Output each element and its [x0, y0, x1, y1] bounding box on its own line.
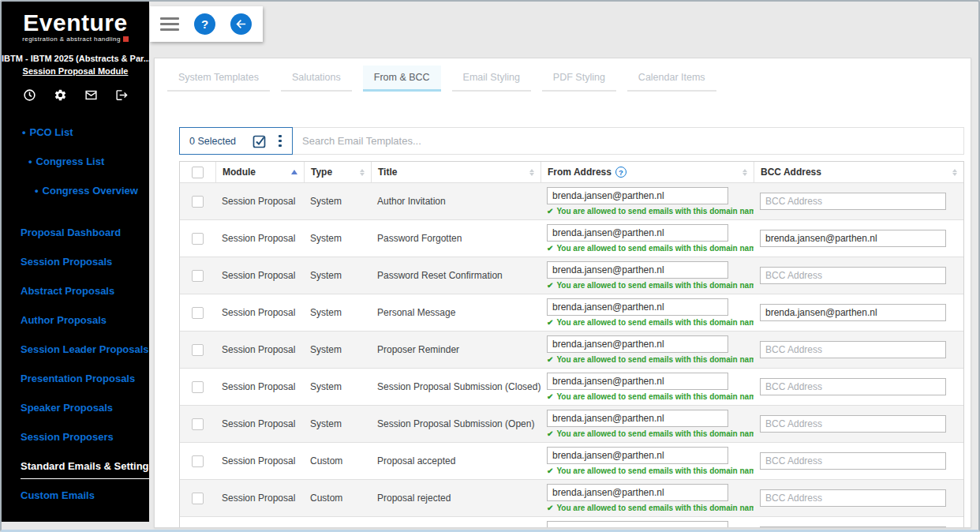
from-address-input[interactable] [547, 224, 728, 242]
back-button[interactable] [230, 13, 252, 35]
column-header-bcc-address[interactable]: BCC Address [754, 162, 963, 182]
row-checkbox[interactable] [192, 381, 204, 393]
tab-calendar-items[interactable]: Calendar Items [627, 66, 716, 92]
tab-from-bcc[interactable]: From & BCC [363, 66, 441, 92]
column-header-type[interactable]: Type [304, 162, 371, 182]
bcc-address-input[interactable] [760, 341, 946, 358]
row-checkbox[interactable] [192, 418, 204, 430]
title-cell [371, 517, 540, 528]
type-cell: System [304, 369, 371, 405]
bcc-address-input[interactable] [760, 267, 946, 284]
module-cell: Session Proposal [215, 480, 304, 516]
bcc-address-input[interactable] [760, 452, 946, 470]
domain-allowed-text: You are allowed to send emails with this… [556, 504, 754, 512]
sidebar-item-session-leader-proposals[interactable]: • Session Leader Proposals [2, 335, 149, 364]
row-checkbox[interactable] [192, 493, 204, 504]
title-cell: Author Invitation [371, 183, 540, 219]
sidebar-item-presentation-proposals[interactable]: • Presentation Proposals [2, 364, 149, 393]
header-select-all-checkbox[interactable] [192, 167, 204, 178]
row-checkbox[interactable] [192, 196, 204, 208]
domain-allowed-message: ✔ You are allowed to send emails with th… [547, 504, 754, 512]
bcc-address-cell [754, 480, 963, 516]
table-row: Session Proposal System Author Invitatio… [180, 182, 963, 219]
nav-item-label: Proposal Dashboard [21, 227, 121, 238]
from-address-help-icon[interactable]: ? [615, 167, 627, 178]
from-address-input[interactable] [547, 261, 728, 279]
sidebar-item-speaker-proposals[interactable]: • Speaker Proposals [2, 393, 149, 422]
sort-icon [360, 169, 365, 176]
email-envelope-icon[interactable] [84, 88, 98, 102]
from-address-input[interactable] [547, 298, 728, 316]
tab-email-styling[interactable]: Email Styling [452, 66, 531, 92]
sidebar-item-abstract-proposals[interactable]: • Abstract Proposals [2, 276, 149, 305]
sidebar-item-standard-emails-settings[interactable]: • Standard Emails & Settings [2, 451, 149, 481]
nav-item-label: Speaker Proposals [21, 402, 113, 414]
type-cell: System [304, 220, 371, 257]
row-checkbox[interactable] [192, 455, 204, 467]
column-header-title[interactable]: Title [371, 162, 540, 182]
tab-pdf-styling[interactable]: PDF Styling [542, 66, 616, 92]
tab-system-templates[interactable]: System Templates [167, 66, 270, 92]
module-cell: Session Proposal [215, 183, 304, 219]
nav-item-label: Session Proposals [21, 256, 112, 268]
title-value: Password Forgotten [377, 233, 462, 244]
sidebar-item-congress-list[interactable]: • Congress List [2, 147, 149, 176]
module-cell: Session Proposal [215, 369, 304, 405]
bcc-address-input[interactable] [760, 193, 946, 210]
check-icon: ✔ [547, 207, 553, 215]
bcc-address-input[interactable] [760, 415, 946, 433]
from-address-input[interactable] [547, 187, 728, 204]
logout-icon[interactable] [115, 88, 129, 102]
column-header-from-address[interactable]: From Address ? [540, 162, 754, 182]
row-checkbox[interactable] [192, 344, 204, 356]
sidebar-item-session-proposers[interactable]: • Session Proposers [2, 422, 149, 451]
kebab-menu-icon[interactable] [275, 134, 286, 148]
from-address-input[interactable] [547, 447, 728, 464]
eventure-logo: Eventure registration & abstract handlin… [2, 11, 149, 43]
select-all-checkbox-icon[interactable] [252, 134, 267, 148]
bcc-address-input[interactable] [760, 230, 946, 247]
row-checkbox-cell [180, 294, 215, 331]
tab-salutations[interactable]: Salutations [281, 66, 352, 92]
module-cell: Session Proposal [215, 220, 304, 257]
from-address-input[interactable] [547, 335, 728, 353]
title-value: Proposal accepted [377, 455, 455, 466]
from-address-input[interactable] [547, 484, 728, 501]
table-header-row: Module Type Title From Address ? BCC Add… [180, 162, 963, 182]
bcc-address-cell [754, 406, 963, 442]
sidebar-item-proposal-dashboard[interactable]: • Proposal Dashboard [2, 218, 149, 247]
column-header-label: From Address [548, 167, 612, 178]
nav-item-label: Session Leader Proposals [21, 343, 149, 355]
tab-label: System Templates [178, 72, 259, 83]
table-row: Session Proposal Custom Proposal rejecte… [180, 479, 963, 516]
menu-hamburger-icon[interactable] [160, 17, 179, 31]
sidebar-item-congress-overview[interactable]: • Congress Overview [2, 176, 149, 205]
bcc-address-input[interactable] [760, 378, 946, 395]
column-header-module[interactable]: Module [215, 162, 304, 182]
from-address-input[interactable] [547, 410, 728, 427]
type-value: System [310, 270, 342, 281]
module-value: Session Proposal [222, 344, 295, 355]
sidebar-item-author-proposals[interactable]: • Author Proposals [2, 305, 149, 335]
from-address-input[interactable] [547, 521, 728, 528]
from-address-input[interactable] [547, 373, 728, 390]
sidebar-item-pco-list[interactable]: • PCO List [2, 118, 149, 147]
row-checkbox[interactable] [192, 307, 204, 319]
nav-item-label: Custom Emails [21, 489, 95, 501]
row-checkbox[interactable] [192, 270, 204, 282]
history-clock-icon[interactable] [23, 88, 36, 102]
help-button[interactable]: ? [194, 13, 215, 35]
settings-gear-icon[interactable] [54, 88, 67, 102]
bcc-address-input[interactable] [760, 304, 946, 321]
bcc-address-input[interactable] [760, 489, 946, 507]
row-checkbox[interactable] [192, 233, 204, 245]
table-row: Session Proposal System Session Proposal… [180, 368, 963, 405]
sidebar-item-session-proposals[interactable]: • Session Proposals [2, 247, 149, 276]
selected-dropdown[interactable]: 0 Selected [179, 127, 293, 155]
module-link[interactable]: Session Proposal Module [2, 66, 149, 76]
sidebar-item-custom-emails[interactable]: • Custom Emails [2, 481, 149, 510]
search-input[interactable] [293, 135, 963, 147]
tab-bar: System TemplatesSalutationsFrom & BCCEma… [155, 58, 971, 92]
selected-count-label: 0 Selected [189, 136, 252, 147]
bcc-address-input[interactable] [760, 526, 946, 528]
